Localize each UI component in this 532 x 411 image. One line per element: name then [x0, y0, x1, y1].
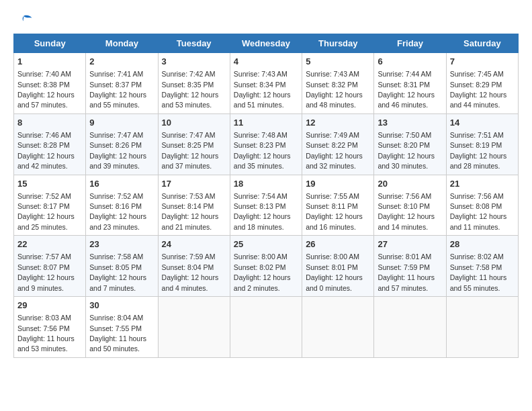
calendar-week-row: 15Sunrise: 7:52 AMSunset: 8:17 PMDayligh… — [14, 175, 519, 236]
day-info: Sunrise: 7:51 AMSunset: 8:19 PMDaylight:… — [450, 131, 507, 170]
day-cell-8: 8Sunrise: 7:46 AMSunset: 8:28 PMDaylight… — [14, 113, 86, 175]
day-info: Sunrise: 7:49 AMSunset: 8:22 PMDaylight:… — [306, 131, 363, 170]
logo-bird-icon — [13, 13, 34, 26]
day-cell-9: 9Sunrise: 7:47 AMSunset: 8:26 PMDaylight… — [86, 113, 158, 175]
day-number: 14 — [450, 117, 515, 129]
day-number: 23 — [89, 238, 154, 250]
day-cell-30: 30Sunrise: 8:04 AMSunset: 7:55 PMDayligh… — [86, 297, 158, 358]
day-info: Sunrise: 7:56 AMSunset: 8:10 PMDaylight:… — [378, 192, 435, 231]
day-cell-5: 5Sunrise: 7:43 AMSunset: 8:32 PMDaylight… — [302, 53, 374, 114]
day-info: Sunrise: 7:59 AMSunset: 8:04 PMDaylight:… — [162, 253, 219, 291]
day-info: Sunrise: 7:41 AMSunset: 8:37 PMDaylight:… — [89, 70, 146, 109]
day-info: Sunrise: 7:57 AMSunset: 8:07 PMDaylight:… — [17, 253, 75, 291]
day-cell-29: 29Sunrise: 8:03 AMSunset: 7:56 PMDayligh… — [14, 297, 86, 358]
weekday-header-wednesday: Wednesday — [230, 34, 302, 53]
day-info: Sunrise: 8:04 AMSunset: 7:55 PMDaylight:… — [89, 314, 146, 353]
day-info: Sunrise: 7:55 AMSunset: 8:11 PMDaylight:… — [306, 192, 363, 231]
day-cell-18: 18Sunrise: 7:54 AMSunset: 8:13 PMDayligh… — [230, 175, 302, 236]
day-info: Sunrise: 8:02 AMSunset: 7:58 PMDaylight:… — [450, 253, 507, 291]
day-cell-21: 21Sunrise: 7:56 AMSunset: 8:08 PMDayligh… — [446, 175, 518, 236]
day-info: Sunrise: 7:50 AMSunset: 8:20 PMDaylight:… — [378, 131, 435, 170]
day-cell-16: 16Sunrise: 7:52 AMSunset: 8:16 PMDayligh… — [86, 175, 158, 236]
day-info: Sunrise: 7:43 AMSunset: 8:34 PMDaylight:… — [234, 70, 291, 109]
day-cell-22: 22Sunrise: 7:57 AMSunset: 8:07 PMDayligh… — [14, 236, 86, 297]
day-number: 10 — [162, 117, 226, 129]
day-number: 25 — [234, 238, 298, 250]
day-cell-1: 1Sunrise: 7:40 AMSunset: 8:38 PMDaylight… — [14, 53, 86, 114]
calendar-table: SundayMondayTuesdayWednesdayThursdayFrid… — [13, 34, 519, 358]
weekday-header-sunday: Sunday — [14, 34, 86, 53]
day-info: Sunrise: 7:46 AMSunset: 8:28 PMDaylight:… — [17, 131, 75, 170]
day-number: 11 — [234, 117, 298, 129]
empty-cell — [158, 297, 230, 358]
day-number: 2 — [89, 56, 154, 68]
day-cell-15: 15Sunrise: 7:52 AMSunset: 8:17 PMDayligh… — [14, 175, 86, 236]
day-info: Sunrise: 7:43 AMSunset: 8:32 PMDaylight:… — [306, 70, 363, 109]
day-cell-2: 2Sunrise: 7:41 AMSunset: 8:37 PMDaylight… — [86, 53, 158, 114]
day-number: 17 — [162, 178, 226, 190]
day-number: 19 — [306, 178, 370, 190]
day-number: 18 — [234, 178, 298, 190]
day-number: 7 — [450, 56, 515, 68]
day-info: Sunrise: 7:47 AMSunset: 8:25 PMDaylight:… — [162, 131, 219, 170]
day-cell-7: 7Sunrise: 7:45 AMSunset: 8:29 PMDaylight… — [446, 53, 518, 114]
empty-cell — [374, 297, 446, 358]
day-number: 21 — [450, 178, 515, 190]
weekday-header-tuesday: Tuesday — [158, 34, 230, 53]
day-cell-12: 12Sunrise: 7:49 AMSunset: 8:22 PMDayligh… — [302, 113, 374, 175]
day-cell-27: 27Sunrise: 8:01 AMSunset: 7:59 PMDayligh… — [374, 236, 446, 297]
day-info: Sunrise: 7:45 AMSunset: 8:29 PMDaylight:… — [450, 70, 507, 109]
day-cell-19: 19Sunrise: 7:55 AMSunset: 8:11 PMDayligh… — [302, 175, 374, 236]
weekday-header-row: SundayMondayTuesdayWednesdayThursdayFrid… — [14, 34, 519, 53]
day-info: Sunrise: 7:42 AMSunset: 8:35 PMDaylight:… — [162, 70, 219, 109]
weekday-header-monday: Monday — [86, 34, 158, 53]
calendar-week-row: 1Sunrise: 7:40 AMSunset: 8:38 PMDaylight… — [14, 53, 519, 114]
weekday-header-friday: Friday — [374, 34, 446, 53]
day-number: 1 — [17, 56, 82, 68]
day-number: 8 — [17, 117, 82, 129]
day-info: Sunrise: 7:47 AMSunset: 8:26 PMDaylight:… — [89, 131, 146, 170]
day-number: 20 — [378, 178, 442, 190]
day-number: 3 — [162, 56, 226, 68]
day-info: Sunrise: 7:40 AMSunset: 8:38 PMDaylight:… — [17, 70, 75, 109]
day-info: Sunrise: 7:52 AMSunset: 8:17 PMDaylight:… — [17, 192, 75, 231]
empty-cell — [230, 297, 302, 358]
day-number: 27 — [378, 238, 442, 250]
day-info: Sunrise: 8:03 AMSunset: 7:56 PMDaylight:… — [17, 314, 75, 353]
day-info: Sunrise: 7:53 AMSunset: 8:14 PMDaylight:… — [162, 192, 219, 231]
day-number: 9 — [89, 117, 154, 129]
calendar-week-row: 8Sunrise: 7:46 AMSunset: 8:28 PMDaylight… — [14, 113, 519, 175]
day-info: Sunrise: 8:01 AMSunset: 7:59 PMDaylight:… — [378, 253, 435, 291]
day-cell-13: 13Sunrise: 7:50 AMSunset: 8:20 PMDayligh… — [374, 113, 446, 175]
day-info: Sunrise: 7:56 AMSunset: 8:08 PMDaylight:… — [450, 192, 507, 231]
day-number: 15 — [17, 178, 82, 190]
day-number: 12 — [306, 117, 370, 129]
logo — [13, 13, 34, 27]
day-cell-3: 3Sunrise: 7:42 AMSunset: 8:35 PMDaylight… — [158, 53, 230, 114]
day-cell-14: 14Sunrise: 7:51 AMSunset: 8:19 PMDayligh… — [446, 113, 518, 175]
day-cell-6: 6Sunrise: 7:44 AMSunset: 8:31 PMDaylight… — [374, 53, 446, 114]
day-number: 30 — [89, 300, 154, 312]
day-number: 6 — [378, 56, 442, 68]
day-info: Sunrise: 7:52 AMSunset: 8:16 PMDaylight:… — [89, 192, 146, 231]
day-number: 4 — [234, 56, 298, 68]
day-cell-28: 28Sunrise: 8:02 AMSunset: 7:58 PMDayligh… — [446, 236, 518, 297]
day-number: 13 — [378, 117, 442, 129]
day-info: Sunrise: 7:58 AMSunset: 8:05 PMDaylight:… — [89, 253, 146, 291]
day-number: 26 — [306, 238, 370, 250]
weekday-header-saturday: Saturday — [446, 34, 518, 53]
page-header — [13, 13, 519, 27]
day-cell-10: 10Sunrise: 7:47 AMSunset: 8:25 PMDayligh… — [158, 113, 230, 175]
day-cell-20: 20Sunrise: 7:56 AMSunset: 8:10 PMDayligh… — [374, 175, 446, 236]
empty-cell — [302, 297, 374, 358]
day-number: 16 — [89, 178, 154, 190]
day-number: 22 — [17, 238, 82, 250]
day-info: Sunrise: 8:00 AMSunset: 8:01 PMDaylight:… — [306, 253, 363, 291]
day-number: 24 — [162, 238, 226, 250]
day-cell-11: 11Sunrise: 7:48 AMSunset: 8:23 PMDayligh… — [230, 113, 302, 175]
day-number: 5 — [306, 56, 370, 68]
day-cell-4: 4Sunrise: 7:43 AMSunset: 8:34 PMDaylight… — [230, 53, 302, 114]
day-info: Sunrise: 7:48 AMSunset: 8:23 PMDaylight:… — [234, 131, 291, 170]
day-cell-26: 26Sunrise: 8:00 AMSunset: 8:01 PMDayligh… — [302, 236, 374, 297]
day-number: 28 — [450, 238, 515, 250]
